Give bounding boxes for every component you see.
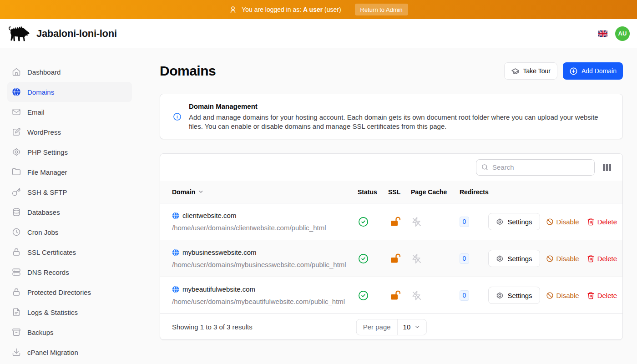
pencil-square-icon [12, 127, 21, 136]
settings-button[interactable]: Settings [488, 250, 540, 267]
search-input[interactable] [492, 163, 590, 171]
table-footer: Showing 1 to 3 of 3 results Per page 10 [160, 314, 622, 340]
chevron-down-icon [414, 324, 420, 330]
sidebar-item-file-manager[interactable]: File Manager [7, 162, 132, 182]
ssl-unlocked-icon [390, 290, 401, 301]
globe-icon [172, 249, 179, 256]
sidebar-item-domains[interactable]: Domains [7, 82, 132, 102]
brand-title: Jabaloni-loni-loni [36, 28, 117, 40]
disable-button[interactable]: Disable [546, 255, 579, 263]
trash-icon [587, 255, 595, 263]
app-header: Jabaloni-loni-loni AU [0, 19, 637, 48]
sidebar-item-logs-statistics[interactable]: Logs & Statistics [7, 302, 132, 322]
sidebar-item-databases[interactable]: Databases [7, 202, 132, 222]
delete-button[interactable]: Delete [587, 218, 617, 226]
sidebar-item-protected-directories[interactable]: Protected Directories [7, 282, 132, 302]
impersonation-banner: You are logged in as: A user (user) Retu… [0, 0, 637, 19]
status-active-icon [358, 217, 369, 227]
lock-icon [12, 288, 21, 297]
add-domain-button[interactable]: Add Domain [563, 62, 623, 80]
domain-name[interactable]: clientwebsite.com [182, 212, 236, 219]
sidebar-item-email[interactable]: Email [7, 102, 132, 122]
info-card-title: Domain Management [189, 102, 603, 110]
per-page-label: Per page [357, 319, 398, 335]
boar-logo [7, 24, 31, 44]
sidebar-item-dns-records[interactable]: DNS Records [7, 262, 132, 282]
clock-icon [12, 228, 21, 237]
sidebar-item-label: Domains [27, 88, 54, 96]
delete-button[interactable]: Delete [587, 255, 617, 263]
sidebar-item-backups[interactable]: Backups [7, 322, 132, 342]
take-tour-button[interactable]: Take Tour [504, 62, 557, 80]
info-icon [173, 112, 182, 121]
gear-icon [496, 255, 504, 263]
gear-icon [496, 218, 504, 226]
info-card-body: Add and manage domains for your hosting … [189, 113, 603, 131]
column-header-page-cache: Page Cache [411, 188, 460, 196]
disable-button[interactable]: Disable [546, 292, 579, 299]
per-page-select[interactable]: 10 [398, 319, 426, 335]
search-box [476, 159, 595, 176]
column-header-status: Status [358, 188, 388, 196]
return-to-admin-button[interactable]: Return to Admin [355, 4, 408, 15]
table-row: clientwebsite.com /home/user/domains/cli… [160, 203, 622, 240]
sidebar-item-label: Logs & Statistics [27, 308, 78, 316]
key-icon [12, 187, 21, 197]
status-active-icon [358, 290, 369, 301]
columns-toggle-button[interactable] [602, 163, 612, 172]
settings-button[interactable]: Settings [488, 213, 540, 230]
sidebar-item-cron-jobs[interactable]: Cron Jobs [7, 222, 132, 242]
archive-icon [12, 328, 21, 337]
sidebar-item-php-settings[interactable]: PHP Settings [7, 142, 132, 162]
trash-icon [587, 218, 595, 226]
table-row: mybeautifulwebsite.com /home/user/domain… [160, 277, 622, 314]
sort-chevron-icon [198, 189, 204, 195]
delete-button[interactable]: Delete [587, 292, 617, 299]
gear-icon [496, 292, 504, 299]
sidebar-item-label: Databases [27, 208, 60, 216]
ban-icon [546, 218, 554, 226]
bottom-divider [146, 356, 637, 356]
language-flag-icon[interactable] [598, 30, 607, 37]
mail-icon [12, 107, 21, 116]
server-icon [12, 268, 21, 277]
sidebar-item-cpanel-migration[interactable]: cPanel Migration [7, 342, 132, 362]
search-icon [481, 163, 489, 171]
sidebar-item-label: Protected Directories [27, 288, 91, 296]
ban-icon [546, 255, 554, 263]
table-row: mybusinesswebsite.com /home/user/domains… [160, 240, 622, 277]
page-cache-off-icon [411, 253, 422, 264]
brand[interactable]: Jabaloni-loni-loni [7, 24, 117, 44]
sidebar-item-label: Cron Jobs [27, 228, 58, 236]
sidebar-item-label: Dashboard [27, 68, 61, 76]
column-header-ssl: SSL [388, 188, 411, 196]
main-content: Domains Take Tour Add Domain Domain Mana… [146, 48, 637, 364]
disable-button[interactable]: Disable [546, 218, 579, 226]
table-header-row: Domain Status SSL Page Cache Redirects [160, 181, 622, 203]
redirects-count-badge[interactable]: 0 [460, 217, 469, 227]
home-icon [12, 67, 21, 76]
sidebar-item-label: Email [27, 108, 45, 116]
sidebar-item-ssh-sftp[interactable]: SSH & SFTP [7, 182, 132, 202]
domain-name[interactable]: mybeautifulwebsite.com [182, 285, 255, 293]
settings-button[interactable]: Settings [488, 287, 540, 304]
column-header-domain[interactable]: Domain [172, 188, 358, 196]
domain-name[interactable]: mybusinesswebsite.com [182, 248, 257, 256]
table-toolbar [160, 154, 622, 181]
sidebar: DashboardDomainsEmailWordPressPHP Settin… [0, 48, 146, 364]
avatar[interactable]: AU [615, 26, 630, 41]
sidebar-item-wordpress[interactable]: WordPress [7, 122, 132, 142]
redirects-count-badge[interactable]: 0 [460, 290, 469, 301]
graduation-cap-icon [511, 67, 520, 76]
sidebar-item-dashboard[interactable]: Dashboard [7, 62, 132, 82]
gear-icon [12, 147, 21, 157]
domain-path: /home/user/domains/clientwebsite.com/pub… [172, 224, 358, 232]
redirects-count-badge[interactable]: 0 [460, 253, 469, 264]
trash-icon [587, 292, 595, 299]
sidebar-item-ssl-certificates[interactable]: SSL Certificates [7, 242, 132, 262]
sidebar-item-label: PHP Settings [27, 148, 68, 156]
sidebar-item-label: WordPress [27, 128, 61, 136]
globe-icon [172, 212, 179, 219]
per-page-control: Per page 10 [356, 319, 427, 335]
plus-circle-icon [569, 67, 578, 76]
